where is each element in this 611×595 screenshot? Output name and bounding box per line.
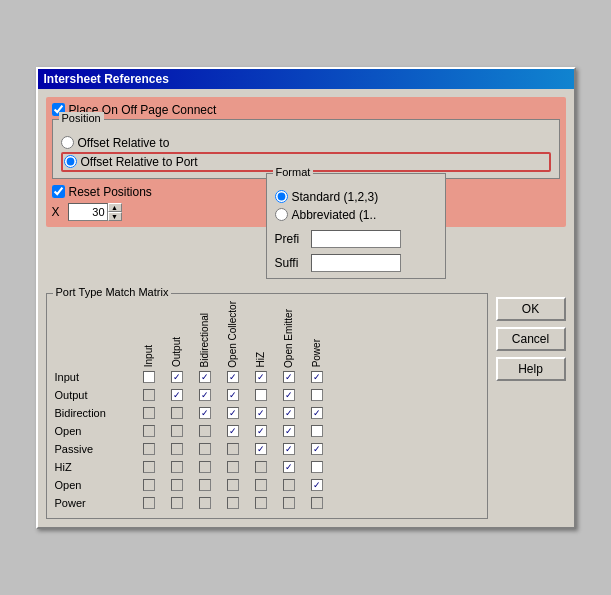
- matrix-cell-0-2: [191, 371, 219, 383]
- matrix-cell-0-1: [163, 371, 191, 383]
- radio-offset-relative[interactable]: [61, 136, 74, 149]
- matrix-empty-5-0: [143, 461, 155, 473]
- help-button[interactable]: Help: [496, 357, 566, 381]
- matrix-cell-3-2: [191, 425, 219, 437]
- matrix-cell-4-1: [163, 443, 191, 455]
- matrix-checkbox-0-1[interactable]: [171, 371, 183, 383]
- cancel-button[interactable]: Cancel: [496, 327, 566, 351]
- matrix-cell-2-1: [163, 407, 191, 419]
- matrix-checkbox-1-2[interactable]: [199, 389, 211, 401]
- matrix-checkbox-1-6[interactable]: [311, 389, 323, 401]
- matrix-checkbox-1-3[interactable]: [227, 389, 239, 401]
- matrix-cell-5-3: [219, 461, 247, 473]
- matrix-empty-4-2: [199, 443, 211, 455]
- format-radio-standard[interactable]: [275, 190, 288, 203]
- matrix-cell-1-6: [303, 389, 331, 401]
- buttons-panel: OK Cancel Help: [496, 293, 566, 381]
- matrix-empty-7-3: [227, 497, 239, 509]
- matrix-cell-6-3: [219, 479, 247, 491]
- suffix-input[interactable]: [311, 254, 401, 272]
- matrix-row-0: [135, 368, 479, 386]
- format-radio-abbreviated[interactable]: [275, 208, 288, 221]
- matrix-cell-2-4: [247, 407, 275, 419]
- x-spinbox: ▲ ▼: [68, 203, 122, 221]
- matrix-cell-0-6: [303, 371, 331, 383]
- spin-up[interactable]: ▲: [108, 203, 122, 212]
- position-group-label: Position: [59, 112, 104, 124]
- matrix-cell-1-3: [219, 389, 247, 401]
- matrix-empty-2-1: [171, 407, 183, 419]
- matrix-checkbox-2-6[interactable]: [311, 407, 323, 419]
- matrix-empty-3-0: [143, 425, 155, 437]
- matrix-checkbox-0-5[interactable]: [283, 371, 295, 383]
- matrix-grid: Input Output Bidirectional Open Collecto…: [135, 308, 479, 512]
- matrix-cell-3-1: [163, 425, 191, 437]
- matrix-checkbox-0-4[interactable]: [255, 371, 267, 383]
- matrix-cell-5-1: [163, 461, 191, 473]
- matrix-empty-5-2: [199, 461, 211, 473]
- col-5: Open Emitter: [275, 308, 303, 368]
- matrix-cell-5-6: [303, 461, 331, 473]
- matrix-cell-7-3: [219, 497, 247, 509]
- matrix-checkbox-1-4[interactable]: [255, 389, 267, 401]
- matrix-cell-6-2: [191, 479, 219, 491]
- matrix-checkbox-4-6[interactable]: [311, 443, 323, 455]
- matrix-section: Port Type Match Matrix Input Output Bidi…: [46, 293, 488, 519]
- ok-button[interactable]: OK: [496, 297, 566, 321]
- prefix-input[interactable]: [311, 230, 401, 248]
- matrix-cell-1-2: [191, 389, 219, 401]
- spin-down[interactable]: ▼: [108, 212, 122, 221]
- format-radio1-label: Standard (1,2,3): [292, 190, 379, 204]
- matrix-cell-7-6: [303, 497, 331, 509]
- matrix-checkbox-0-6[interactable]: [311, 371, 323, 383]
- col-3: Open Collector: [219, 308, 247, 368]
- matrix-checkbox-5-5[interactable]: [283, 461, 295, 473]
- matrix-checkbox-1-1[interactable]: [171, 389, 183, 401]
- matrix-cell-4-4: [247, 443, 275, 455]
- matrix-row-labels: Input Output Bidirection Open Passive Hi…: [55, 308, 135, 512]
- x-input[interactable]: [68, 203, 108, 221]
- reset-checkbox[interactable]: [52, 185, 65, 198]
- prefix-row: Prefi: [275, 230, 437, 248]
- matrix-checkbox-3-4[interactable]: [255, 425, 267, 437]
- matrix-checkbox-2-2[interactable]: [199, 407, 211, 419]
- matrix-cell-2-6: [303, 407, 331, 419]
- matrix-empty-5-3: [227, 461, 239, 473]
- matrix-checkbox-6-6[interactable]: [311, 479, 323, 491]
- matrix-cell-6-4: [247, 479, 275, 491]
- matrix-checkbox-2-4[interactable]: [255, 407, 267, 419]
- matrix-cell-5-4: [247, 461, 275, 473]
- matrix-checkbox-4-5[interactable]: [283, 443, 295, 455]
- row-label-5: HiZ: [55, 458, 135, 476]
- matrix-checkbox-0-2[interactable]: [199, 371, 211, 383]
- matrix-cell-2-3: [219, 407, 247, 419]
- matrix-checkbox-3-3[interactable]: [227, 425, 239, 437]
- radio-offset-port[interactable]: [64, 155, 77, 168]
- matrix-checkbox-0-3[interactable]: [227, 371, 239, 383]
- format-panel: Format Standard (1,2,3) Abbreviated (1..…: [266, 173, 566, 279]
- row-label-2: Bidirection: [55, 404, 135, 422]
- matrix-checkbox-3-6[interactable]: [311, 425, 323, 437]
- row-label-0: Input: [55, 368, 135, 386]
- matrix-checkbox-3-5[interactable]: [283, 425, 295, 437]
- prefix-label: Prefi: [275, 232, 305, 246]
- matrix-cell-1-4: [247, 389, 275, 401]
- matrix-cell-4-3: [219, 443, 247, 455]
- matrix-cell-3-4: [247, 425, 275, 437]
- matrix-empty-5-1: [171, 461, 183, 473]
- matrix-cell-7-2: [191, 497, 219, 509]
- matrix-checkbox-1-5[interactable]: [283, 389, 295, 401]
- matrix-checkbox-0-0[interactable]: [143, 371, 155, 383]
- matrix-empty-6-4: [255, 479, 267, 491]
- row-label-1: Output: [55, 386, 135, 404]
- matrix-checkbox-2-5[interactable]: [283, 407, 295, 419]
- matrix-checkbox-4-4[interactable]: [255, 443, 267, 455]
- matrix-cell-0-0: [135, 371, 163, 383]
- radio2-label: Offset Relative to Port: [81, 155, 198, 169]
- matrix-empty-2-0: [143, 407, 155, 419]
- matrix-checkbox-2-3[interactable]: [227, 407, 239, 419]
- matrix-empty-6-5: [283, 479, 295, 491]
- matrix-empty-6-2: [199, 479, 211, 491]
- matrix-checkbox-5-6[interactable]: [311, 461, 323, 473]
- matrix-empty-6-0: [143, 479, 155, 491]
